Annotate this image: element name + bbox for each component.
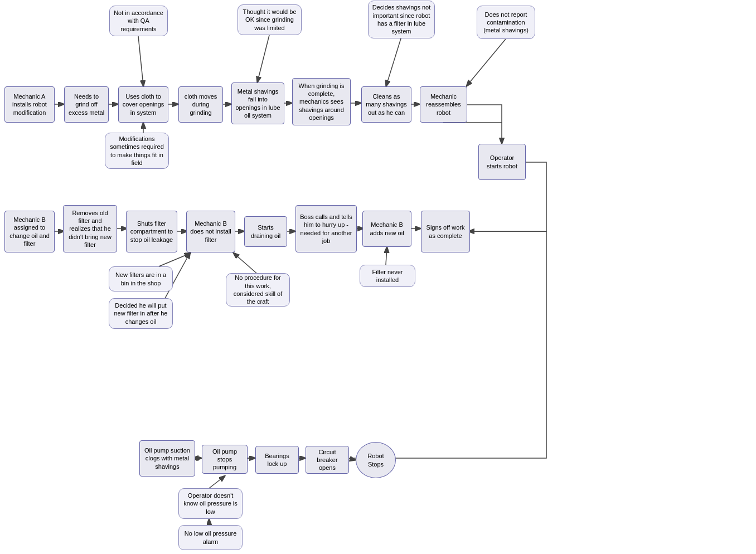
draining-node: Starts draining oil	[244, 216, 287, 247]
reassembles-node: Mechanic reassembles robot	[420, 86, 467, 123]
mechanic-b-adds-node: Mechanic B adds new oil	[362, 211, 411, 247]
operator-starts-node: Operator starts robot	[478, 144, 526, 180]
op-doesnt-know-node: Operator doesn't know oil pressure is lo…	[178, 488, 243, 519]
diagram: Mechanic A installs robot modification N…	[0, 0, 756, 554]
not-install-node: Mechanic B does not install filter	[186, 211, 235, 252]
boss-calls-node: Boss calls and tells him to hurry up - n…	[295, 205, 357, 252]
svg-line-12	[467, 39, 506, 85]
signs-off-node: Signs off work as complete	[421, 211, 470, 252]
mechanic-a-node: Mechanic A installs robot modification	[4, 86, 55, 123]
no-low-alarm-node: No low oil pressure alarm	[178, 525, 243, 550]
shuts-filter-node: Shuts filter compartment to stop oil lea…	[126, 211, 177, 252]
svg-line-10	[258, 35, 269, 81]
no-report-node: Does not report contamination (metal sha…	[477, 6, 535, 39]
svg-line-9	[138, 36, 143, 85]
bearings-node: Bearings lock up	[255, 446, 299, 474]
mechanic-b-node: Mechanic B assigned to change oil and fi…	[4, 211, 55, 252]
decided-put-node: Decided he will put new filter in after …	[109, 298, 173, 329]
grinding-complete-node: When grinding is complete, mechanics see…	[292, 78, 351, 125]
decides-shavings-node: Decides shavings not important since rob…	[368, 1, 435, 38]
oil-pump-clogs-node: Oil pump suction clogs with metal shavin…	[139, 440, 195, 477]
not-qa-node: Not in accordance with QA requirements	[109, 6, 168, 36]
svg-line-24	[386, 248, 387, 265]
cloth-moves-node: cloth moves during grinding	[178, 86, 223, 123]
grind-node: Needs to grind off excess metal	[64, 86, 109, 123]
modifications-node: Modifications sometimes required to make…	[105, 133, 169, 169]
cloth-cover-node: Uses cloth to cover openings in system	[118, 86, 168, 123]
svg-line-29	[209, 477, 224, 488]
metal-shavings-node: Metal shavings fall into openings in lub…	[231, 82, 284, 124]
robot-stops-node: Robot Stops	[356, 442, 396, 478]
thought-ok-node: Thought it would be OK since grinding wa…	[238, 4, 302, 35]
oil-pump-stops-node: Oil pump stops pumping	[202, 445, 248, 474]
svg-line-21	[159, 254, 190, 266]
circuit-breaker-node: Circuit breaker opens	[306, 446, 349, 474]
new-filters-node: New filters are in a bin in the shop	[109, 266, 173, 291]
no-procedure-node: No procedure for this work, considered s…	[226, 273, 290, 307]
filter-never-node: Filter never installed	[360, 265, 415, 287]
svg-line-23	[234, 254, 256, 273]
svg-line-11	[386, 37, 401, 85]
removes-filter-node: Removes old filter and realizes that he …	[63, 205, 117, 252]
cleans-node: Cleans as many shavings out as he can	[361, 86, 411, 123]
